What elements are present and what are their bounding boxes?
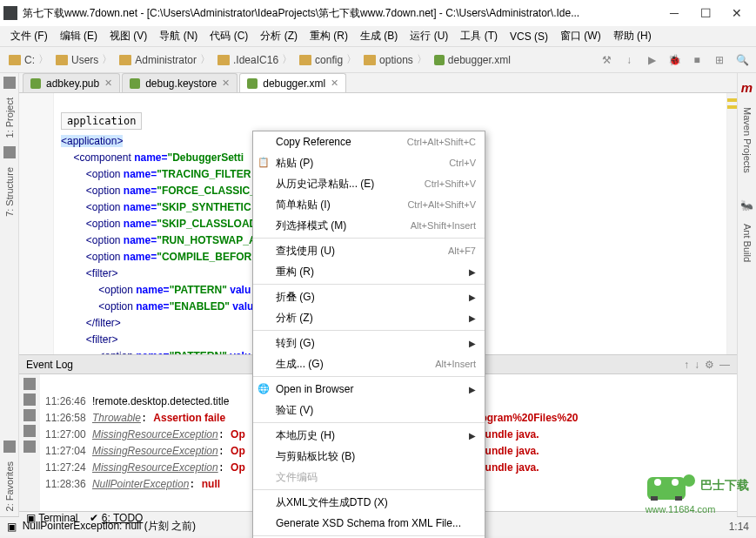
ctx-copyreference[interactable]: Copy ReferenceCtrl+Alt+Shift+C (253, 131, 485, 152)
menu-window[interactable]: 窗口 (W) (555, 27, 606, 45)
marker-strip[interactable] (726, 93, 737, 354)
globe-icon: 🌐 (258, 383, 270, 395)
crumb-users[interactable]: Users〉 (52, 52, 116, 67)
ctx-label: 与剪贴板比较 (B) (276, 449, 476, 464)
tab-maven[interactable]: Maven Projects (742, 102, 753, 178)
crumb-config[interactable]: config〉 (296, 52, 360, 67)
ctx-label: 列选择模式 (M) (276, 219, 411, 233)
ctx-: 文件编码 (253, 467, 485, 488)
menu-file[interactable]: 文件 (F) (5, 27, 53, 45)
shortcut: Ctrl+Shift+V (425, 178, 476, 189)
menu-edit[interactable]: 编辑 (E) (55, 27, 103, 45)
ctx-g[interactable]: 生成... (G)Alt+Insert (253, 353, 485, 374)
toggle-tools-icon[interactable]: ▣ (7, 521, 17, 533)
ctx-z[interactable]: 分析 (Z)▶ (253, 307, 485, 328)
close-button[interactable]: ✕ (721, 1, 753, 25)
balloon-icon[interactable] (23, 393, 36, 406)
close-icon[interactable]: ✕ (222, 77, 230, 89)
crumb-root[interactable]: C:〉 (5, 52, 52, 67)
ctx-label: 简单粘贴 (I) (276, 198, 407, 212)
editor-tabs: adbkey.pub✕ debug.keystore✕ debugger.xml… (19, 73, 737, 93)
ctx-b[interactable]: 与剪贴板比较 (B) (253, 446, 485, 467)
breadcrumb-tag[interactable]: application (61, 112, 142, 130)
close-icon[interactable]: ✕ (331, 77, 338, 89)
ctx-e[interactable]: 从历史记录粘贴... (E)Ctrl+Shift+V (253, 173, 485, 194)
submenu-arrow-icon: ▶ (469, 385, 476, 394)
link-icon[interactable] (23, 425, 36, 437)
ctx-h[interactable]: 本地历史 (H)▶ (253, 425, 485, 446)
info-icon[interactable] (23, 378, 36, 390)
menu-build[interactable]: 生成 (B) (355, 27, 403, 45)
event-log-toolbar (19, 374, 40, 511)
ctx-g[interactable]: 转到 (G)▶ (253, 333, 485, 353)
editor-context-menu: Copy ReferenceCtrl+Alt+Shift+C📋粘贴 (P)Ctr… (252, 131, 485, 538)
run-icon[interactable]: ▶ (643, 51, 660, 69)
ctx-xmldtdx[interactable]: 从XML文件生成DTD (X) (253, 492, 485, 513)
ctx-label: 折叠 (G) (276, 290, 469, 305)
tab-ant[interactable]: Ant Build (742, 219, 753, 267)
menu-run[interactable]: 运行 (U) (405, 27, 453, 45)
settings-icon[interactable]: ↓ (620, 51, 638, 69)
make-icon[interactable]: ⚒ (598, 51, 615, 69)
structure-icon[interactable]: ⊞ (711, 51, 728, 69)
tab-adbkey[interactable]: adbkey.pub✕ (23, 73, 120, 92)
tab-debugkeystore[interactable]: debug.keystore✕ (122, 73, 238, 92)
menu-tools[interactable]: 工具 (T) (455, 27, 503, 45)
submenu-arrow-icon: ▶ (469, 293, 476, 302)
file-icon (130, 78, 140, 89)
ctx-g[interactable]: 折叠 (G)▶ (253, 286, 485, 307)
menu-code[interactable]: 代码 (C) (204, 27, 253, 45)
tab-structure[interactable]: 7: Structure (4, 162, 15, 222)
menu-view[interactable]: 视图 (V) (104, 27, 152, 45)
next-icon[interactable]: ↓ (694, 359, 699, 371)
stop-icon[interactable]: ■ (688, 51, 706, 69)
menu-navigate[interactable]: 导航 (N) (154, 27, 203, 45)
tab-debuggerxml[interactable]: debugger.xml✕ (239, 73, 346, 92)
menu-vcs[interactable]: VCS (S) (505, 29, 553, 44)
hide-icon[interactable]: — (719, 359, 730, 371)
maximize-button[interactable]: ☐ (690, 1, 721, 25)
ctx-generatexsdschemafromxmlfile[interactable]: Generate XSD Schema from XML File... (253, 513, 485, 534)
ctx-i[interactable]: 简单粘贴 (I)Ctrl+Alt+Shift+V (253, 194, 485, 215)
shortcut: Alt+F7 (448, 245, 476, 256)
search-icon[interactable]: 🔍 (733, 51, 751, 69)
ctx-openinbrowser[interactable]: 🌐Open in Browser▶ (253, 379, 485, 400)
crumb-admin[interactable]: Administrator〉 (116, 52, 214, 67)
project-tool-icon[interactable] (3, 77, 16, 89)
crumb-file[interactable]: debugger.xml (431, 54, 514, 66)
crumb-ideaic[interactable]: .IdeaIC16〉 (214, 52, 296, 67)
ctx-m[interactable]: 列选择模式 (M)Alt+Shift+Insert (253, 215, 485, 236)
menu-analyze[interactable]: 分析 (Z) (255, 27, 303, 45)
menu-refactor[interactable]: 重构 (R) (304, 27, 353, 45)
gear-icon[interactable]: ⚙ (705, 359, 714, 371)
filter-icon[interactable] (23, 409, 36, 421)
minimize-button[interactable]: ─ (659, 1, 690, 25)
ctx-label: Copy Reference (276, 136, 407, 148)
structure-tool-icon[interactable] (3, 146, 16, 158)
shortcut: Ctrl+Alt+Shift+V (407, 199, 476, 210)
ctx-v[interactable]: 验证 (V) (253, 400, 485, 420)
ant-icon[interactable]: 🐜 (740, 199, 753, 212)
close-icon[interactable]: ✕ (104, 77, 112, 89)
debug-icon[interactable]: 🐞 (666, 51, 683, 69)
ctx-label: 查找使用 (U) (276, 244, 448, 259)
menu-help[interactable]: 帮助 (H) (608, 27, 657, 45)
caret-position[interactable]: 1:14 (729, 521, 749, 533)
maven-icon[interactable]: m (741, 80, 753, 95)
ctx-p[interactable]: 📋粘贴 (P)Ctrl+V (253, 152, 485, 173)
xml-icon (434, 55, 445, 65)
ctx-r[interactable]: 重构 (R)▶ (253, 261, 485, 282)
folder-icon (364, 55, 376, 65)
prev-icon[interactable]: ↑ (684, 359, 689, 371)
crumb-options[interactable]: options〉 (360, 52, 431, 67)
ctx-label: 转到 (G) (276, 336, 469, 351)
shortcut: Ctrl+V (449, 158, 476, 168)
submenu-arrow-icon: ▶ (469, 339, 476, 348)
submenu-arrow-icon: ▶ (469, 267, 476, 277)
tab-project[interactable]: 1: Project (4, 92, 15, 143)
clear-icon[interactable] (23, 440, 36, 453)
favorites-tool-icon[interactable] (3, 440, 16, 453)
tab-favorites[interactable]: 2: Favorites (4, 456, 15, 516)
ctx-u[interactable]: 查找使用 (U)Alt+F7 (253, 240, 485, 261)
ctx-label: Open in Browser (276, 383, 469, 395)
